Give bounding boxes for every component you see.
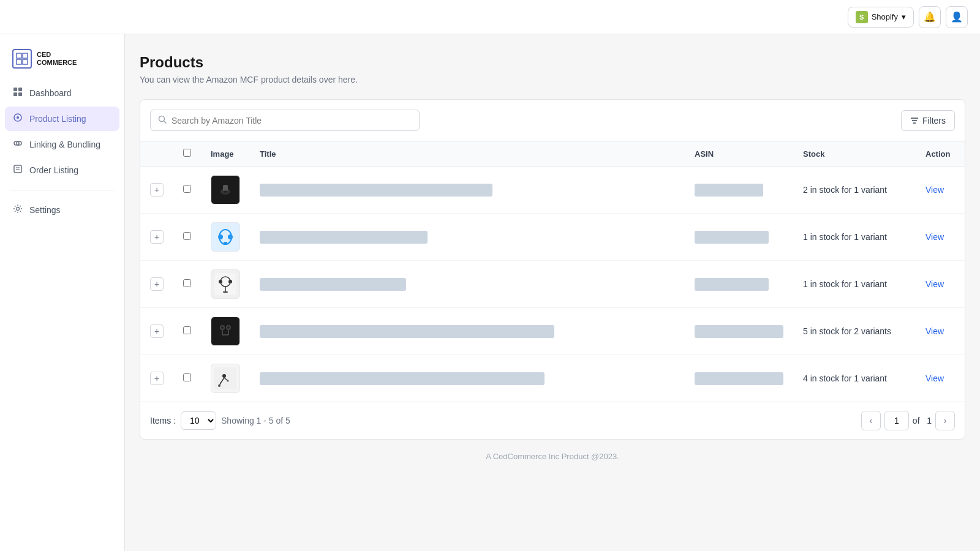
page-number-input[interactable]: 1 (884, 411, 909, 430)
row-checkbox[interactable] (183, 279, 191, 287)
sidebar-item-settings[interactable]: Settings (5, 198, 119, 222)
sidebar-item-label: Dashboard (29, 88, 72, 98)
view-link[interactable]: View (925, 326, 944, 336)
prev-page-button[interactable]: ‹ (861, 411, 881, 430)
topbar-actions: S Shopify ▾ 🔔 👤 (848, 6, 968, 28)
product-image (211, 317, 240, 346)
logo-text: CED COMMERCE (37, 51, 77, 67)
notification-button[interactable]: 🔔 (919, 6, 941, 28)
svg-point-46 (218, 384, 221, 387)
items-label: Items : (150, 416, 176, 425)
product-asin: ██████████████ (695, 325, 783, 338)
svg-point-22 (224, 190, 227, 193)
row-checkbox[interactable] (183, 326, 191, 334)
sidebar-item-order-listing[interactable]: Order Listing (5, 158, 119, 182)
product-stock: 4 in stock for 1 variant (803, 373, 887, 383)
sidebar: CED COMMERCE Dashboard Product Listing (0, 34, 125, 551)
user-button[interactable]: 👤 (946, 6, 968, 28)
table-row: + (140, 355, 965, 402)
product-title: ██ ███████ ██ ████ ████ ███████ ████████… (260, 325, 554, 338)
topbar: S Shopify ▾ 🔔 👤 (0, 0, 980, 34)
svg-rect-2 (17, 59, 21, 64)
sidebar-item-label: Order Listing (29, 165, 78, 175)
shopify-icon: S (856, 11, 868, 23)
sidebar-item-product-listing[interactable]: Product Listing (5, 107, 119, 131)
expand-button[interactable]: + (150, 230, 164, 244)
search-input[interactable] (172, 116, 412, 126)
filters-label: Filters (922, 116, 946, 126)
svg-point-30 (219, 280, 222, 283)
items-per-page: Items : 10 25 50 Showing 1 - 5 of 5 (150, 411, 290, 430)
product-image (211, 175, 240, 204)
logo-icon (12, 49, 32, 69)
col-action-header: Action (916, 141, 965, 167)
settings-icon (12, 204, 23, 216)
product-title: ██ ███████ ██████ ████████ (260, 278, 406, 291)
table-header: Image Title ASIN Stock Action (140, 141, 965, 167)
row-checkbox[interactable] (183, 185, 191, 193)
product-asin: ██ ████████ (695, 184, 763, 197)
expand-button[interactable]: + (150, 324, 164, 338)
svg-rect-34 (214, 320, 236, 342)
products-card: Filters Image Title (140, 99, 965, 440)
product-asin: ██ █████████ (695, 231, 769, 244)
col-image-header: Image (201, 141, 250, 167)
showing-text: Showing 1 - 5 of 5 (221, 416, 290, 425)
expand-button[interactable]: + (150, 372, 164, 385)
toolbar: Filters (140, 100, 965, 141)
col-asin-header: ASIN (685, 141, 793, 167)
row-checkbox[interactable] (183, 232, 191, 240)
svg-rect-27 (224, 242, 227, 244)
sidebar-item-dashboard[interactable]: Dashboard (5, 81, 119, 105)
svg-point-9 (17, 116, 19, 119)
table-row: + (140, 308, 965, 355)
next-page-button[interactable]: › (935, 411, 955, 430)
expand-button[interactable]: + (150, 183, 164, 197)
svg-rect-10 (14, 165, 21, 173)
search-icon (158, 115, 167, 126)
items-select[interactable]: 10 25 50 (181, 411, 216, 430)
view-link[interactable]: View (925, 185, 944, 195)
linking-icon (12, 138, 23, 151)
svg-point-26 (228, 234, 233, 239)
product-title: ██ ████ █████ ████ ███████ ████████████ … (260, 372, 545, 385)
expand-button[interactable]: + (150, 277, 164, 291)
shopify-button[interactable]: S Shopify ▾ (848, 7, 914, 28)
layout: CED COMMERCE Dashboard Product Listing (0, 0, 980, 551)
svg-rect-7 (18, 92, 22, 96)
page-subtitle: You can view the Amazon MCF product deta… (140, 75, 965, 84)
col-stock-header: Stock (793, 141, 916, 167)
row-checkbox[interactable] (183, 373, 191, 381)
order-icon (12, 164, 23, 176)
view-link[interactable]: View (925, 279, 944, 289)
logo-area: CED COMMERCE (5, 44, 119, 81)
product-title: ██ █ ███ ██ ██████████████ ████ (260, 231, 428, 244)
main-content: Products You can view the Amazon MCF pro… (125, 34, 980, 551)
sidebar-divider (10, 190, 115, 190)
table-row: + (140, 214, 965, 261)
user-icon: 👤 (951, 11, 963, 23)
svg-point-33 (223, 291, 228, 293)
view-link[interactable]: View (925, 373, 944, 383)
svg-point-48 (227, 380, 229, 382)
svg-rect-0 (17, 53, 21, 58)
svg-rect-3 (23, 59, 28, 64)
product-image (211, 364, 240, 393)
page-navigation: ‹ 1 of 1 › (861, 411, 955, 430)
view-link[interactable]: View (925, 232, 944, 242)
product-image (211, 222, 240, 252)
pagination-bar: Items : 10 25 50 Showing 1 - 5 of 5 ‹ 1 … (140, 402, 965, 439)
svg-point-25 (218, 234, 223, 239)
filters-button[interactable]: Filters (901, 110, 955, 131)
product-stock: 5 in stock for 2 variants (803, 326, 891, 336)
svg-point-13 (17, 208, 20, 211)
sidebar-item-linking-bundling[interactable]: Linking & Bundling (5, 132, 119, 157)
product-stock: 1 in stock for 1 variant (803, 232, 887, 242)
product-stock: 1 in stock for 1 variant (803, 279, 887, 289)
dashboard-icon (12, 87, 23, 99)
product-title: ████████████ ████ ████████ ████████ ████… (260, 184, 492, 197)
select-all-checkbox[interactable] (183, 149, 191, 157)
sidebar-item-label: Linking & Bundling (29, 140, 100, 149)
bell-icon: 🔔 (924, 11, 936, 23)
sidebar-nav: Dashboard Product Listing Linking & Bund… (5, 81, 119, 222)
